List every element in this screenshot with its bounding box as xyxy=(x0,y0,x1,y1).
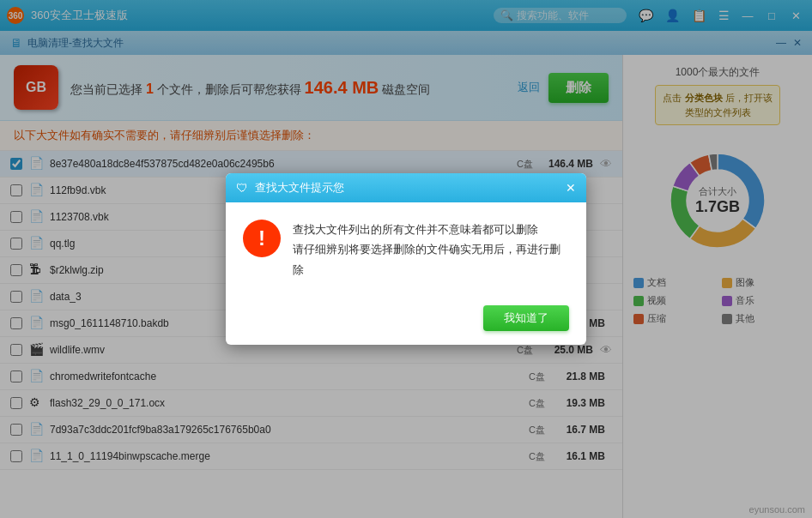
dialog-message: 查找大文件列出的所有文件并不意味着都可以删除 请仔细辨别将要选择删除的文件确实无… xyxy=(293,220,569,280)
ok-button[interactable]: 我知道了 xyxy=(483,305,569,331)
dialog-close-button[interactable]: ✕ xyxy=(566,181,576,195)
warning-icon: ! xyxy=(243,220,281,257)
dialog-title: 查找大文件提示您 xyxy=(255,180,566,196)
dialog: 🛡 查找大文件提示您 ✕ ! 查找大文件列出的所有文件并不意味着都可以删除 请仔… xyxy=(226,173,586,345)
dialog-logo-icon: 🛡 xyxy=(236,181,248,195)
dialog-title-bar: 🛡 查找大文件提示您 ✕ xyxy=(226,173,586,202)
dialog-overlay: 🛡 查找大文件提示您 ✕ ! 查找大文件列出的所有文件并不意味着都可以删除 请仔… xyxy=(0,0,812,518)
dialog-body: ! 查找大文件列出的所有文件并不意味着都可以删除 请仔细辨别将要选择删除的文件确… xyxy=(226,202,586,297)
dialog-footer: 我知道了 xyxy=(226,297,586,345)
